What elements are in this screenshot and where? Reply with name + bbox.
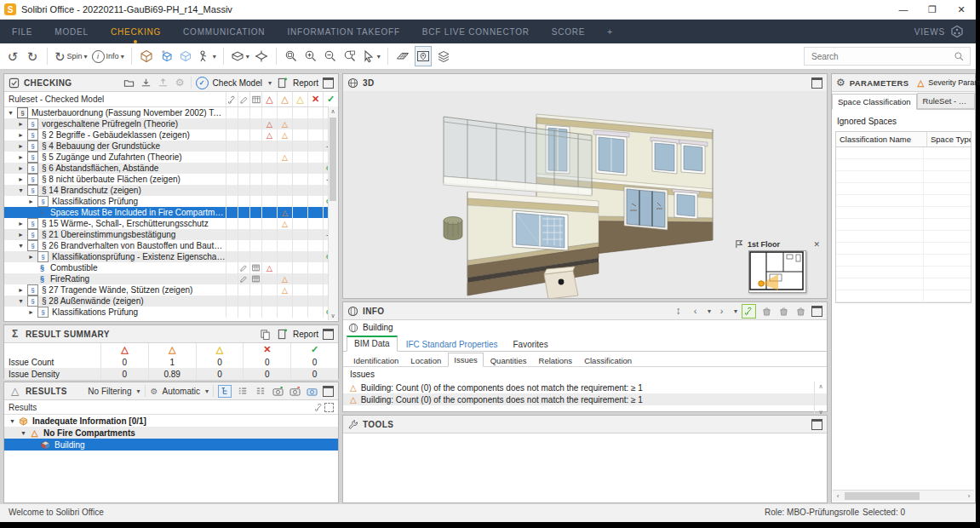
expander-icon[interactable]: ►: [4, 198, 37, 204]
expander-icon[interactable]: ►: [4, 309, 37, 315]
undo-button[interactable]: ↺: [5, 47, 20, 66]
viewer-3d-maximize-button[interactable]: [811, 77, 822, 89]
classification-empty-row[interactable]: [836, 278, 971, 290]
results-link-icon[interactable]: [314, 401, 324, 414]
checking-row[interactable]: §Spaces Must Be Included in Fire Compart…: [4, 207, 338, 218]
expander-icon[interactable]: ►: [4, 232, 26, 238]
checking-row[interactable]: ►§§ 4 Bebauung der Grundstücke—: [4, 141, 338, 152]
classification-empty-row[interactable]: [836, 243, 971, 255]
export-button[interactable]: [157, 77, 169, 89]
checking-row[interactable]: ►§§ 8 nicht überbaute Flächen (zeigen)—: [4, 174, 338, 185]
prev-dropdown[interactable]: ▾: [708, 307, 711, 315]
subtab-quantities[interactable]: Quantities: [485, 354, 532, 367]
checking-report-button[interactable]: Report: [293, 78, 318, 88]
sort-icon[interactable]: ↕: [672, 305, 685, 318]
summary-report-button[interactable]: Report: [293, 330, 318, 339]
checking-row[interactable]: ▼§Musterbauordnung (Fassung November 200…: [4, 107, 338, 118]
search-input[interactable]: [810, 51, 954, 62]
close-button[interactable]: ✕: [947, 0, 976, 19]
select-linked-button[interactable]: [742, 304, 756, 319]
tab-space-classification[interactable]: Space Classification: [832, 94, 917, 110]
expander-icon[interactable]: ►: [4, 121, 26, 127]
tab-ifc-standard-properties[interactable]: IFC Standard Properties: [399, 338, 505, 352]
filter-dropdown[interactable]: No Filtering▾: [88, 387, 140, 396]
basket-2-icon[interactable]: [777, 305, 790, 318]
checking-row[interactable]: ►§§ 6 Abstandsflächen, AbständeOK: [4, 163, 338, 174]
classification-empty-row[interactable]: [836, 183, 971, 195]
grid-view-button[interactable]: [254, 385, 267, 398]
basket-3-icon[interactable]: [794, 305, 807, 318]
remove-presentation-button[interactable]: [289, 386, 301, 397]
checking-row[interactable]: ►§Klassifikations PrüfungOK: [4, 196, 338, 207]
menu-model[interactable]: MODEL: [54, 27, 89, 37]
show-all-button[interactable]: [139, 47, 154, 66]
minimap-close-icon[interactable]: ✕: [813, 240, 820, 249]
expander-icon[interactable]: ►: [4, 165, 26, 171]
dimension-plane-button[interactable]: [395, 47, 410, 66]
subtab-issues[interactable]: Issues: [448, 353, 483, 367]
results-row[interactable]: ▼△No Fire Compartments: [4, 427, 338, 439]
results-marquee-icon[interactable]: [324, 403, 334, 412]
checking-row[interactable]: §FireRating△: [4, 273, 338, 284]
checking-row[interactable]: ►§vorgeschaltene Prüfregeln (Theorie)△△: [4, 118, 338, 129]
checking-row[interactable]: ►§§ 21 Übereinstimmungsbestätigung—: [4, 229, 338, 240]
menu-communication[interactable]: COMMUNICATION: [183, 27, 265, 37]
checking-row[interactable]: ►§Klassifikationsprüfung - Existenz Eige…: [4, 251, 338, 262]
hide-component-button[interactable]: [178, 47, 193, 66]
list-view-button[interactable]: [236, 385, 249, 398]
move-component-button[interactable]: [158, 47, 174, 66]
checking-row[interactable]: ▼§§ 28 Außenwände (zeigen): [4, 296, 338, 307]
subtab-relations[interactable]: Relations: [534, 354, 578, 367]
tools-maximize-button[interactable]: [811, 419, 822, 430]
expander-icon[interactable]: ►: [4, 132, 26, 138]
checking-row[interactable]: ►§§ 15 Wärme-, Schall-, Erschütterungssc…: [4, 218, 338, 229]
expander-icon[interactable]: ▼: [4, 298, 26, 304]
basket-1-icon[interactable]: [760, 305, 773, 318]
checking-scroll-thumb[interactable]: [330, 118, 336, 201]
results-maximize-button[interactable]: [323, 386, 334, 397]
expander-icon[interactable]: ▼: [4, 243, 26, 249]
classification-empty-row[interactable]: [836, 159, 971, 171]
expander-icon[interactable]: ▼: [4, 110, 16, 116]
menu-checking[interactable]: CHECKING: [111, 27, 161, 37]
expander-icon[interactable]: ►: [4, 254, 37, 260]
minimize-button[interactable]: —: [889, 0, 918, 19]
expander-icon[interactable]: ▼: [4, 187, 26, 193]
classification-empty-row[interactable]: [836, 290, 971, 302]
copy-summary-icon[interactable]: [259, 328, 272, 341]
issue-row[interactable]: △ Building: Count (0) of the components …: [343, 393, 827, 405]
checking-row[interactable]: ►§§ 5 Zugänge und Zufahrten (Theorie)△: [4, 152, 338, 163]
zoom-window-button[interactable]: [342, 47, 358, 66]
issues-scrollbar[interactable]: ∧ ∨: [814, 382, 827, 417]
prev-button[interactable]: ‹: [689, 305, 702, 318]
zoom-in-button[interactable]: [303, 47, 318, 66]
next-dropdown[interactable]: ▾: [734, 307, 737, 315]
menu-score[interactable]: SCORE: [552, 27, 586, 37]
check-model-button[interactable]: Check Model: [213, 78, 262, 88]
rule-table-icon[interactable]: [249, 273, 261, 284]
settings-icon[interactable]: ⚙: [174, 77, 186, 89]
info-maximize-button[interactable]: [811, 306, 822, 317]
layers-button[interactable]: [436, 47, 451, 66]
summary-maximize-button[interactable]: [323, 329, 334, 340]
classification-empty-row[interactable]: [836, 207, 971, 219]
checking-maximize-button[interactable]: [323, 77, 334, 89]
rule-table-icon[interactable]: [249, 262, 261, 273]
add-presentation-button[interactable]: [272, 386, 284, 397]
classification-empty-row[interactable]: [836, 171, 971, 183]
classification-empty-row[interactable]: [836, 219, 971, 231]
floorplan-minimap[interactable]: 1st Floor ✕: [735, 239, 820, 293]
menu-information-takeoff[interactable]: INFORMATION TAKEOFF: [287, 27, 399, 37]
expander-icon[interactable]: ►: [4, 287, 26, 293]
views-menu[interactable]: VIEWS: [914, 25, 964, 38]
import-button[interactable]: [140, 77, 152, 89]
expander-icon[interactable]: ▼: [4, 418, 18, 424]
parameters-hscrollbar[interactable]: ‹ ›: [833, 490, 974, 502]
menu-bcf-live-connector[interactable]: BCF LIVE CONNECTOR: [422, 27, 530, 37]
spin-button[interactable]: ↻Spin▾: [54, 47, 88, 66]
checking-row[interactable]: ►§§ 2 Begriffe - Gebäudeklassen (zeigen)…: [4, 129, 338, 141]
sectioning-button[interactable]: [254, 47, 269, 66]
checking-row[interactable]: ▼§§ 26 Brandverhalten von Baustoffen und…: [4, 240, 338, 251]
issue-row[interactable]: △ Building: Count (0) of the components …: [343, 382, 827, 393]
mode-dropdown[interactable]: ⚙ Automatic▾: [150, 385, 209, 398]
